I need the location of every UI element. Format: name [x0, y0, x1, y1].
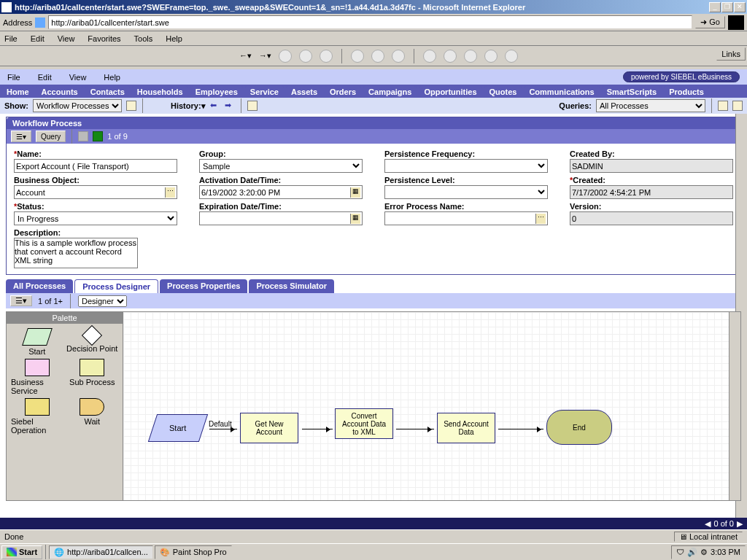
palette-business-service[interactable]: Business Service	[11, 359, 63, 395]
mail-icon[interactable]	[423, 50, 436, 63]
stop-icon[interactable]	[279, 50, 292, 63]
tab-smartscripts[interactable]: SmartScripts	[602, 86, 662, 98]
activation-field[interactable]: 6/19/2002 3:20:00 PM▦	[199, 185, 363, 199]
refresh-icon[interactable]	[299, 50, 312, 63]
close-button[interactable]: ✕	[734, 2, 746, 12]
tray-icon[interactable]: 🔊	[687, 548, 697, 557]
connector[interactable]	[302, 429, 333, 429]
connector[interactable]	[396, 429, 434, 429]
siebel-menu-help[interactable]: Help	[104, 73, 120, 82]
next-record-button[interactable]	[93, 131, 103, 141]
tray-icon[interactable]: ⚙	[700, 548, 708, 557]
designer-select[interactable]: Designer	[78, 295, 127, 307]
queries-select[interactable]: All Processes	[596, 99, 705, 112]
tab-accounts[interactable]: Accounts	[36, 86, 83, 98]
ie-menu-edit[interactable]: Edit	[31, 34, 44, 43]
site-map-icon[interactable]	[247, 101, 258, 111]
tab-contacts[interactable]: Contacts	[85, 86, 130, 98]
tab-households[interactable]: Households	[132, 86, 188, 98]
siebel-menu-file[interactable]: File	[7, 73, 20, 82]
back-button[interactable]: ←▾	[239, 51, 252, 61]
persist-level-select[interactable]	[384, 185, 548, 199]
links-button[interactable]: Links	[716, 47, 746, 61]
ie-menu-tools[interactable]: Tools	[134, 34, 153, 43]
favorites-icon[interactable]	[371, 50, 384, 63]
subtab-process-designer[interactable]: Process Designer	[74, 279, 158, 293]
connector[interactable]	[209, 429, 237, 429]
tab-products[interactable]: Products	[664, 86, 709, 98]
ie-menu-favorites[interactable]: Favorites	[88, 34, 120, 43]
history-forward-icon[interactable]: ➡	[225, 101, 235, 111]
canvas-scrollbar[interactable]	[729, 312, 740, 500]
tab-home[interactable]: Home	[1, 86, 34, 98]
tab-opportunities[interactable]: Opportunities	[419, 86, 481, 98]
persist-freq-select[interactable]	[384, 159, 548, 173]
clock[interactable]: 3:03 PM	[711, 548, 740, 556]
canvas[interactable]: Start Default Get New Account Convert Ac…	[123, 312, 729, 500]
palette-siebel-operation[interactable]: Siebel Operation	[11, 398, 63, 435]
calendar-icon[interactable]: ▦	[350, 187, 360, 198]
error-proc-field[interactable]: ⋯	[384, 211, 548, 225]
node-send-account-data[interactable]: Send Account Data	[437, 413, 495, 443]
subapplet-menu-button[interactable]: ☰▾	[10, 295, 32, 306]
status-select[interactable]: In Progress	[14, 211, 177, 225]
nav-next-icon[interactable]: ▶	[737, 519, 743, 529]
go-button[interactable]: ➜ Go	[695, 16, 725, 28]
home-icon[interactable]	[320, 50, 333, 63]
group-select[interactable]: Sample	[199, 159, 363, 173]
query-button[interactable]: Query	[36, 131, 66, 142]
node-start[interactable]: Start	[148, 414, 208, 442]
expiration-field[interactable]: ▦	[199, 211, 363, 225]
show-go-icon[interactable]	[126, 101, 136, 111]
node-get-new-account[interactable]: Get New Account	[240, 413, 298, 443]
node-convert-account-data[interactable]: Convert Account Data to XML	[335, 408, 393, 439]
dashboard-icon[interactable]	[718, 101, 728, 111]
tab-campaigns[interactable]: Campaigns	[363, 86, 417, 98]
tab-orders[interactable]: Orders	[325, 86, 361, 98]
taskbar-item-psp[interactable]: 🎨 Paint Shop Pro	[155, 545, 232, 559]
start-button[interactable]: Start	[1, 545, 42, 559]
taskbar-item-ie[interactable]: 🌐 http://ariba01/callcen...	[49, 545, 153, 559]
tab-quotes[interactable]: Quotes	[484, 86, 522, 98]
siebel-menu-view[interactable]: View	[69, 73, 87, 82]
prev-record-button[interactable]	[78, 131, 88, 141]
picker-icon[interactable]: ⋯	[165, 187, 175, 198]
history-back-icon[interactable]: ⬅	[210, 101, 220, 111]
palette-start[interactable]: Start	[11, 328, 63, 356]
history-icon[interactable]	[392, 50, 405, 63]
description-field[interactable]	[14, 238, 138, 268]
ie-menu-view[interactable]: View	[58, 34, 75, 43]
picker-icon[interactable]: ⋯	[535, 214, 546, 224]
restore-button[interactable]: ❐	[721, 2, 733, 12]
tab-communications[interactable]: Communications	[524, 86, 599, 98]
subtab-process-simulator[interactable]: Process Simulator	[249, 279, 334, 293]
minimize-button[interactable]: _	[709, 2, 721, 12]
edit-icon[interactable]	[464, 50, 477, 63]
show-select[interactable]: Workflow Processes	[33, 99, 122, 112]
reports-icon[interactable]	[732, 101, 743, 111]
print-icon[interactable]	[444, 50, 457, 63]
applet-menu-button[interactable]: ☰▾	[11, 131, 31, 142]
system-tray[interactable]: 🛡 🔊 ⚙ 3:03 PM	[671, 545, 746, 559]
subtab-process-properties[interactable]: Process Properties	[160, 279, 247, 293]
name-field[interactable]: Export Account ( File Transport)	[14, 159, 177, 173]
palette-wait[interactable]: Wait	[66, 398, 119, 435]
siebel-menu-edit[interactable]: Edit	[38, 73, 52, 82]
tray-icon[interactable]: 🛡	[676, 548, 684, 556]
subtab-all-processes[interactable]: All Processes	[6, 279, 73, 293]
tab-service[interactable]: Service	[245, 86, 284, 98]
business-object-field[interactable]: Account⋯	[14, 185, 177, 199]
tab-employees[interactable]: Employees	[190, 86, 243, 98]
search-icon[interactable]	[351, 50, 364, 63]
tab-assets[interactable]: Assets	[286, 86, 322, 98]
node-end[interactable]: End	[546, 410, 612, 445]
calendar-icon[interactable]: ▦	[350, 214, 360, 224]
connector[interactable]	[498, 429, 543, 429]
palette-sub-process[interactable]: Sub Process	[66, 359, 119, 395]
discuss-icon[interactable]	[484, 50, 498, 63]
ie-menu-file[interactable]: File	[4, 34, 18, 43]
nav-prev-icon[interactable]: ◀	[705, 519, 711, 529]
address-input[interactable]	[48, 15, 692, 29]
palette-decision-point[interactable]: Decision Point	[66, 328, 119, 356]
forward-button[interactable]: →▾	[259, 51, 271, 61]
